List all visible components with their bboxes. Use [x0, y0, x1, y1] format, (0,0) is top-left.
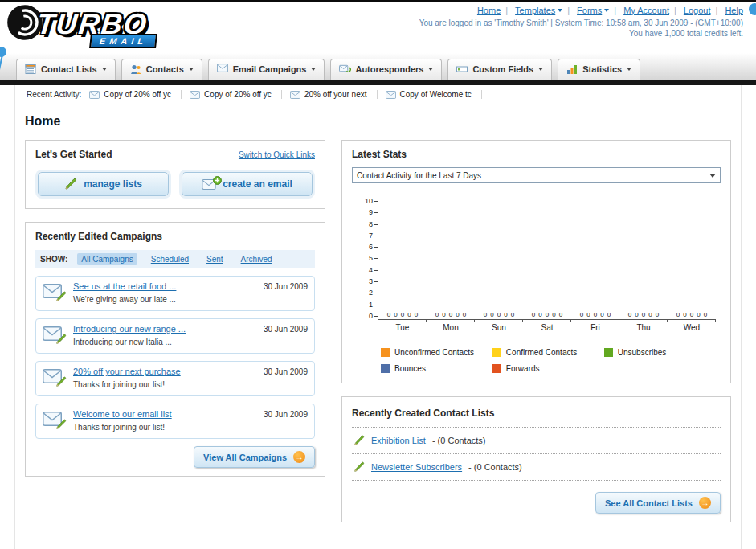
bar-value-label: 0 [435, 311, 439, 318]
tab-label: Email Campaigns [233, 64, 307, 74]
bar-value-label: 0 [401, 311, 404, 318]
campaign-title-link[interactable]: See us at the retail food ... [73, 281, 176, 291]
contact-list-count: - (0 Contacts) [468, 462, 522, 472]
stats-period-select[interactable]: Contact Activity for the Last 7 Days [352, 167, 721, 183]
x-axis-label: Sat [523, 323, 571, 332]
x-axis-label: Thu [619, 323, 668, 332]
recent-contact-lists-title: Recently Created Contact Lists [352, 408, 494, 419]
bar-value-label: 0 [697, 311, 700, 318]
top-link-home[interactable]: Home [477, 6, 501, 15]
top-nav-links: Home Templates Forms My Account Logout H… [419, 6, 743, 15]
chevron-down-icon [709, 174, 716, 178]
campaign-date: 30 Jun 2009 [264, 367, 308, 376]
bar-value-label: 0 [497, 311, 501, 318]
top-link-my-account[interactable]: My Account [623, 6, 669, 15]
tab-autoresponders[interactable]: Autoresponders [330, 59, 442, 80]
campaign-title-link[interactable]: Introducing our new range ... [73, 324, 186, 334]
contact-activity-chart: 109876543210 000000000000000000000000000… [352, 198, 721, 373]
view-all-campaigns-button[interactable]: View All Campaigns → [194, 446, 315, 468]
campaign-row: See us at the retail food ... We're givi… [35, 276, 315, 311]
tab-email-campaigns[interactable]: Email Campaigns [208, 59, 325, 80]
top-link-templates[interactable]: Templates [515, 6, 555, 15]
top-link-help[interactable]: Help [725, 6, 743, 15]
legend-swatch [381, 348, 390, 357]
campaign-title-link[interactable]: Welcome to our email list [73, 409, 172, 419]
recent-activity-item[interactable]: Copy of Welcome tc [386, 90, 482, 99]
tab-contacts[interactable]: Contacts [121, 59, 202, 80]
main-navigation: Contact Lists Contacts Email Campaigns A… [0, 53, 756, 80]
legend-item: Confirmed Contacts [492, 348, 604, 357]
filter-all-campaigns[interactable]: All Campaigns [77, 253, 137, 265]
bar-value-label: 0 [394, 311, 397, 318]
filter-archived[interactable]: Archived [237, 253, 276, 265]
email-campaigns-icon [217, 64, 228, 75]
top-link-forms[interactable]: Forms [577, 6, 602, 15]
filter-scheduled[interactable]: Scheduled [147, 253, 193, 265]
bar-value-label: 0 [532, 311, 535, 318]
recent-activity-item[interactable]: Copy of 20% off yc [190, 90, 282, 99]
activity-item-label: Copy of 20% off yc [204, 90, 272, 99]
contact-list-link[interactable]: Exhibition List [371, 436, 426, 445]
see-all-contact-lists-button[interactable]: See All Contact Lists → [595, 492, 721, 514]
arrow-right-icon: → [699, 497, 711, 509]
recent-campaigns-title: Recently Edited Campaigns [35, 231, 315, 242]
bar-value-label: 0 [552, 311, 555, 318]
x-axis-label: Wed [668, 323, 716, 332]
contact-list-link[interactable]: Newsletter Subscribers [371, 462, 462, 472]
bar-value-label: 0 [407, 311, 411, 318]
recent-campaigns-panel: Recently Edited Campaigns SHOW: All Camp… [25, 222, 325, 477]
y-tick-label: 8 [369, 221, 378, 228]
legend-item: Unsubscribes [604, 348, 716, 357]
tab-label: Autoresponders [355, 64, 423, 74]
bar-value-label: 0 [586, 311, 590, 318]
bar-value-label: 0 [690, 311, 693, 318]
tab-label: Statistics [582, 64, 622, 74]
activity-item-label: 20% off your next [304, 90, 367, 99]
campaign-row: Introducing our new range ... Introducin… [35, 318, 315, 354]
y-tick-label: 3 [369, 278, 378, 285]
create-email-button[interactable]: create an email [182, 172, 313, 196]
top-link-logout[interactable]: Logout [684, 6, 711, 15]
stats-period-value: Contact Activity for the Last 7 Days [357, 171, 481, 180]
bar-value-label: 0 [704, 311, 707, 318]
recent-activity-item[interactable]: Copy of 20% off yc [89, 90, 182, 99]
chart-group: 00000 [571, 311, 619, 318]
nav-divider-bar [0, 80, 756, 85]
legend-label: Unconfirmed Contacts [394, 348, 474, 357]
tab-custom-fields[interactable]: Custom Fields [447, 59, 552, 80]
chevron-down-icon [627, 68, 631, 71]
switch-quick-links-link[interactable]: Switch to Quick Links [239, 150, 315, 159]
tab-label: Contact Lists [41, 64, 97, 74]
activity-item-label: Copy of Welcome tc [400, 90, 472, 99]
y-tick-label: 1 [369, 301, 378, 309]
chart-legend: Unconfirmed ContactsConfirmed ContactsUn… [381, 348, 716, 373]
campaign-date: 30 Jun 2009 [264, 409, 308, 419]
bar-value-label: 0 [442, 311, 445, 318]
autoresponders-icon [339, 64, 350, 75]
tab-contact-lists[interactable]: Contact Lists [16, 59, 116, 80]
bar-value-label: 0 [600, 311, 603, 318]
legend-swatch [604, 348, 613, 357]
bar-value-label: 0 [504, 311, 507, 318]
contact-lists-icon [25, 64, 36, 75]
contacts-icon [130, 64, 141, 75]
bar-value-label: 0 [511, 311, 514, 318]
tab-statistics[interactable]: Statistics [558, 59, 640, 80]
chevron-down-icon [311, 68, 316, 71]
x-axis-label: Mon [427, 323, 475, 332]
manage-lists-button[interactable]: manage lists [38, 172, 169, 196]
campaign-subtitle: Thanks for joining our list! [73, 423, 165, 432]
logo-subtitle: EMAIL [89, 34, 157, 48]
chart-y-axis: 109876543210 [357, 198, 378, 320]
chevron-down-icon [538, 68, 543, 71]
filter-sent[interactable]: Sent [202, 253, 227, 265]
recent-activity-item[interactable]: 20% off your next [290, 90, 378, 99]
legend-label: Forwards [506, 364, 540, 373]
latest-stats-panel: Latest Stats Contact Activity for the La… [341, 140, 731, 383]
campaign-title-link[interactable]: 20% off your next purchase [73, 367, 181, 376]
y-tick-label: 10 [365, 198, 378, 205]
bar-value-label: 0 [580, 311, 583, 318]
notification-dot [749, 3, 756, 15]
campaign-row: Welcome to our email list Thanks for joi… [35, 404, 315, 439]
bar-value-label: 0 [628, 311, 631, 318]
